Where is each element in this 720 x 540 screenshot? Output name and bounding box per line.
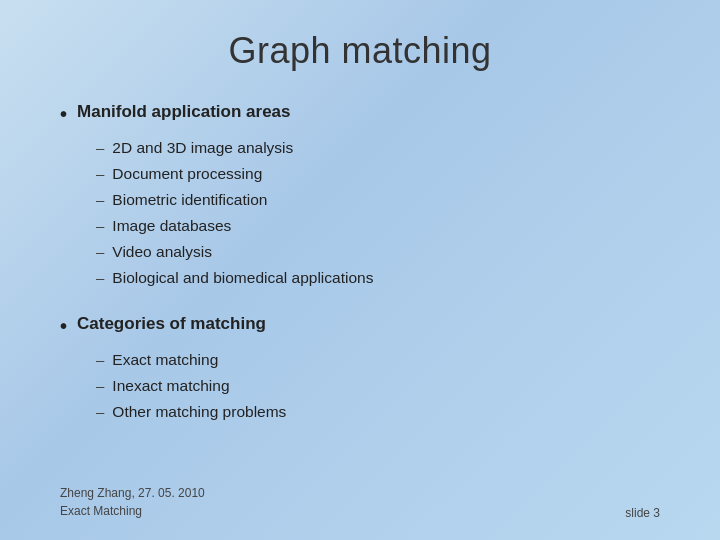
section-manifold: • Manifold application areas – 2D and 3D… xyxy=(60,102,660,290)
dash-icon: – xyxy=(96,136,104,159)
other-matching-label: Other matching problems xyxy=(112,400,286,424)
slide: Graph matching • Manifold application ar… xyxy=(0,0,720,540)
list-item: – Video analysis xyxy=(96,240,660,264)
sub-item-text: Biometric identification xyxy=(112,188,267,212)
categories-title: Categories of matching xyxy=(77,314,266,334)
slide-footer: Zheng Zhang, 27. 05. 2010 Exact Matching… xyxy=(60,474,660,520)
dash-icon: – xyxy=(96,400,104,423)
list-item: – Exact matching xyxy=(96,348,660,372)
bullet-manifold: • Manifold application areas xyxy=(60,102,660,126)
list-item: – Image databases xyxy=(96,214,660,238)
manifold-title: Manifold application areas xyxy=(77,102,291,122)
manifold-sub-items: – 2D and 3D image analysis – Document pr… xyxy=(96,136,660,290)
dash-icon: – xyxy=(96,348,104,371)
list-item: – Other matching problems xyxy=(96,400,660,424)
dash-icon: – xyxy=(96,188,104,211)
bullet-categories: • Categories of matching xyxy=(60,314,660,338)
slide-title: Graph matching xyxy=(60,30,660,72)
inexact-matching-label: Inexact matching xyxy=(112,374,229,398)
sub-item-text: Biological and biomedical applications xyxy=(112,266,373,290)
section-categories: • Categories of matching – Exact matchin… xyxy=(60,314,660,424)
categories-sub-items: – Exact matching – Inexact matching – Ot… xyxy=(96,348,660,424)
dash-icon: – xyxy=(96,374,104,397)
dash-icon: – xyxy=(96,214,104,237)
list-item: – Inexact matching xyxy=(96,374,660,398)
list-item: – Document processing xyxy=(96,162,660,186)
list-item: – 2D and 3D image analysis xyxy=(96,136,660,160)
sub-item-text: Video analysis xyxy=(112,240,212,264)
sub-item-text: 2D and 3D image analysis xyxy=(112,136,293,160)
footer-left: Zheng Zhang, 27. 05. 2010 Exact Matching xyxy=(60,484,205,520)
bullet-dot-manifold: • xyxy=(60,102,67,126)
dash-icon: – xyxy=(96,162,104,185)
list-item: – Biological and biomedical applications xyxy=(96,266,660,290)
footer-slide-number: slide 3 xyxy=(625,506,660,520)
sub-item-text: Document processing xyxy=(112,162,262,186)
footer-subtitle: Exact Matching xyxy=(60,502,205,520)
bullet-dot-categories: • xyxy=(60,314,67,338)
exact-matching-label: Exact matching xyxy=(112,348,218,372)
footer-author-date: Zheng Zhang, 27. 05. 2010 xyxy=(60,484,205,502)
list-item: – Biometric identification xyxy=(96,188,660,212)
sub-item-text: Image databases xyxy=(112,214,231,238)
dash-icon: – xyxy=(96,240,104,263)
slide-content: • Manifold application areas – 2D and 3D… xyxy=(60,102,660,474)
dash-icon: – xyxy=(96,266,104,289)
